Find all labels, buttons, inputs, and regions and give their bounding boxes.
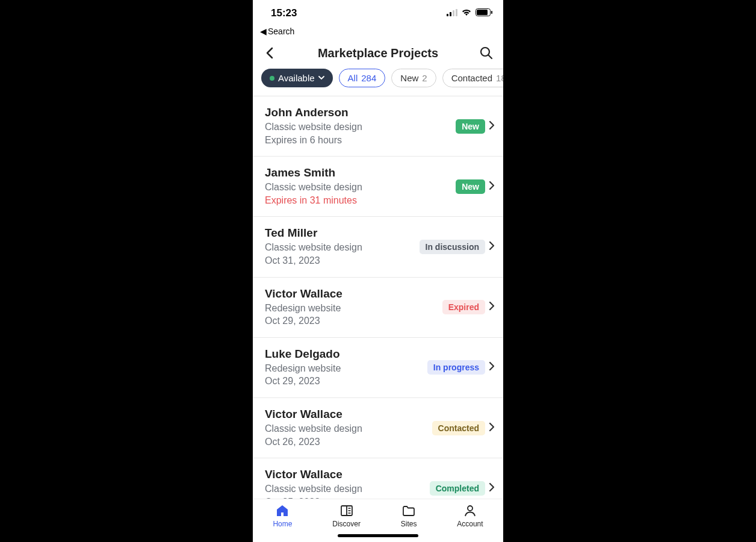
filter-bar: Available All 284 New 2 Contacted 18 In [253, 69, 503, 96]
status-badge: Contacted [432, 421, 485, 435]
project-row[interactable]: John AndersonClassic website designExpir… [253, 96, 503, 157]
status-icons [447, 7, 492, 19]
project-row-text: Victor WallaceClassic website designOct … [265, 408, 432, 448]
project-meta: Oct 31, 2023 [265, 254, 420, 267]
status-badge: In discussion [420, 240, 485, 254]
status-badge: Expired [442, 300, 485, 314]
home-indicator[interactable] [338, 534, 418, 537]
svg-line-8 [489, 55, 492, 59]
project-meta: Oct 29, 2023 [265, 314, 442, 328]
filter-tab-label: All [348, 73, 358, 83]
project-name: Ted Miller [265, 226, 420, 240]
tab-discover[interactable]: Discover [332, 504, 361, 528]
filter-tab-new[interactable]: New 2 [391, 69, 436, 87]
project-meta: Oct 26, 2023 [265, 435, 432, 449]
chevron-right-icon [489, 361, 495, 373]
account-icon [463, 504, 477, 517]
filter-tab-count: 2 [422, 73, 427, 83]
back-search-label: Search [268, 26, 294, 36]
tab-home[interactable]: Home [273, 504, 292, 528]
project-meta: Expires in 6 hours [265, 134, 456, 147]
project-row[interactable]: Luke DelgadoRedesign websiteOct 29, 2023… [253, 338, 503, 398]
chevron-right-icon [489, 482, 495, 494]
project-type: Redesign website [265, 362, 427, 375]
back-button[interactable] [261, 45, 278, 61]
back-triangle-icon: ◀ [260, 26, 267, 36]
project-type: Classic website design [265, 422, 432, 435]
filter-tab-contacted[interactable]: Contacted 18 [442, 69, 503, 87]
svg-rect-6 [491, 11, 492, 14]
project-row-text: Luke DelgadoRedesign websiteOct 29, 2023 [265, 347, 427, 388]
tab-label: Sites [401, 520, 417, 528]
project-list[interactable]: John AndersonClassic website designExpir… [253, 96, 503, 499]
project-type: Redesign website [265, 302, 442, 315]
filter-tab-all[interactable]: All 284 [339, 69, 386, 87]
chevron-right-icon [489, 181, 495, 193]
tab-label: Discover [332, 520, 361, 528]
battery-icon [476, 7, 492, 19]
svg-rect-1 [450, 12, 451, 16]
project-name: Victor Wallace [265, 408, 432, 421]
project-type: Classic website design [265, 482, 430, 496]
project-row-text: Victor WallaceClassic website designOct … [265, 468, 430, 499]
project-row-text: Victor WallaceRedesign websiteOct 29, 20… [265, 287, 442, 328]
availability-label: Available [278, 73, 315, 83]
svg-rect-3 [456, 9, 457, 16]
project-name: Victor Wallace [265, 468, 430, 481]
status-dot-icon [270, 76, 274, 81]
project-name: James Smith [265, 166, 456, 179]
chevron-left-icon [265, 47, 274, 59]
project-type: Classic website design [265, 241, 420, 254]
svg-rect-5 [477, 10, 488, 15]
project-type: Classic website design [265, 120, 456, 134]
tab-label: Home [273, 520, 292, 528]
back-to-search[interactable]: ◀ Search [253, 26, 503, 39]
project-row-text: John AndersonClassic website designExpir… [265, 106, 456, 146]
status-time: 15:23 [271, 7, 297, 19]
availability-filter[interactable]: Available [261, 69, 333, 87]
project-name: Victor Wallace [265, 287, 442, 301]
phone-frame: 15:23 ◀ Search Marketplace Projects [253, 0, 503, 542]
nav-header: Marketplace Projects [253, 39, 503, 69]
project-row-text: Ted MillerClassic website designOct 31, … [265, 226, 420, 267]
filter-tab-label: New [400, 73, 418, 83]
tab-account[interactable]: Account [457, 504, 483, 528]
page-title: Marketplace Projects [278, 46, 478, 60]
svg-point-14 [468, 506, 472, 511]
project-meta: Expires in 31 minutes [265, 194, 456, 207]
project-type: Classic website design [265, 181, 456, 194]
wifi-icon [461, 7, 472, 19]
discover-icon [339, 504, 354, 517]
filter-tab-label: Contacted [451, 73, 492, 83]
status-badge: In progress [427, 360, 485, 375]
chevron-down-icon [318, 76, 324, 80]
signal-icon [447, 7, 457, 19]
chevron-right-icon [489, 422, 495, 434]
project-name: Luke Delgado [265, 347, 427, 361]
project-row[interactable]: Victor WallaceClassic website designOct … [253, 398, 503, 458]
status-badge: New [456, 119, 485, 134]
tab-label: Account [457, 520, 483, 528]
status-badge: New [456, 179, 485, 194]
project-row-text: James SmithClassic website designExpires… [265, 166, 456, 207]
svg-rect-0 [447, 14, 448, 16]
project-row[interactable]: Victor WallaceRedesign websiteOct 29, 20… [253, 278, 503, 338]
project-meta: Oct 29, 2023 [265, 375, 427, 388]
chevron-right-icon [489, 241, 495, 253]
chevron-right-icon [489, 301, 495, 313]
filter-tab-count: 18 [496, 73, 503, 83]
search-button[interactable] [478, 45, 495, 61]
project-row[interactable]: Victor WallaceClassic website designOct … [253, 458, 503, 499]
status-bar: 15:23 [253, 0, 503, 26]
chevron-right-icon [489, 120, 495, 132]
project-name: John Anderson [265, 106, 456, 119]
home-icon [275, 504, 290, 517]
tab-bar: Home Discover Sites Account [253, 499, 503, 531]
search-icon [480, 46, 493, 60]
status-badge: Completed [430, 481, 485, 496]
folder-icon [401, 504, 416, 517]
project-row[interactable]: James SmithClassic website designExpires… [253, 157, 503, 217]
project-row[interactable]: Ted MillerClassic website designOct 31, … [253, 217, 503, 277]
tab-sites[interactable]: Sites [401, 504, 417, 528]
filter-tab-count: 284 [361, 73, 376, 83]
